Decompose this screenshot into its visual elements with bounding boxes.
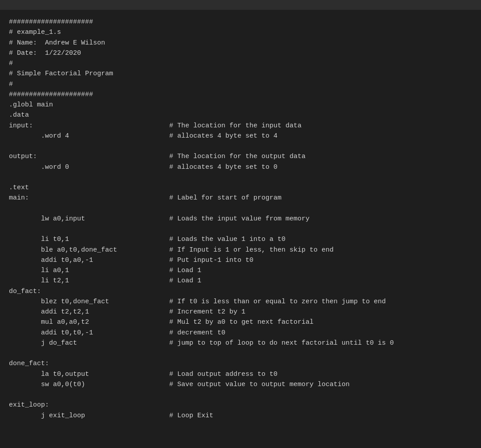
top-bar xyxy=(0,0,481,10)
code-container: ##################### # example_1.s # Na… xyxy=(0,10,481,448)
code-block: ##################### # example_1.s # Na… xyxy=(9,17,472,421)
